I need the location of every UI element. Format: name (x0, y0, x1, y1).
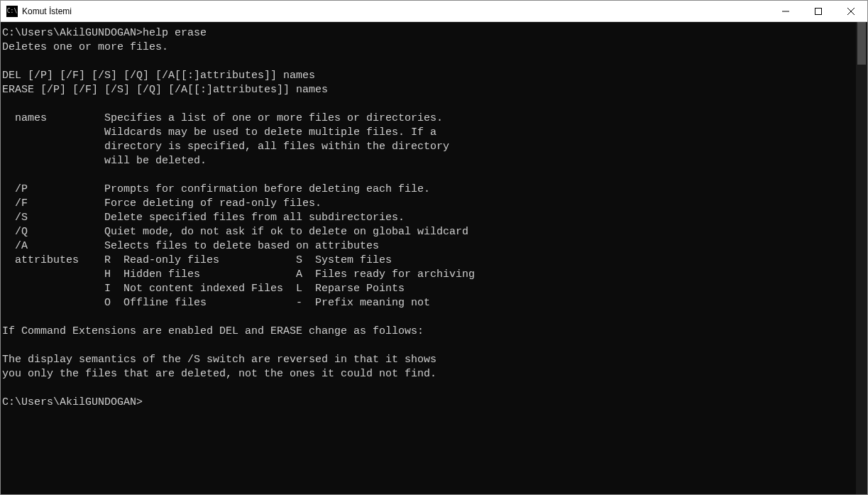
output-line: The display semantics of the /S switch a… (2, 354, 436, 366)
prompt-path: C:\Users\AkilGUNDOGAN> (2, 396, 143, 408)
output-line: will be deleted. (2, 155, 207, 167)
output-line: /Q Quiet mode, do not ask if ok to delet… (2, 226, 468, 238)
output-line: names Specifies a list of one or more fi… (2, 112, 443, 124)
output-line: H Hidden files A Files ready for archivi… (2, 268, 475, 281)
cmd-icon: C:\ (6, 6, 18, 17)
scrollbar-thumb[interactable] (857, 22, 866, 65)
output-line: /A Selects files to delete based on attr… (2, 240, 379, 252)
titlebar: C:\ Komut İstemi (1, 1, 867, 22)
svg-rect-1 (815, 8, 822, 14)
output-line: If Command Extensions are enabled DEL an… (2, 325, 424, 337)
output-line: O Offline files - Prefix meaning not (2, 297, 430, 309)
prompt-path: C:\Users\AkilGUNDOGAN> (2, 27, 143, 39)
output-line: directory is specified, all files within… (2, 141, 449, 153)
output-line: I Not content indexed Files L Reparse Po… (2, 283, 405, 295)
prompt-line: C:\Users\AkilGUNDOGAN> (2, 396, 143, 408)
minimize-button[interactable] (769, 1, 802, 22)
window-title: Komut İstemi (22, 6, 72, 16)
output-line: /S Delete specified files from all subdi… (2, 212, 405, 224)
output-line: /P Prompts for confirmation before delet… (2, 183, 430, 195)
output-line: you only the files that are deleted, not… (2, 368, 436, 380)
output-line: attributes R Read-only files S System fi… (2, 254, 392, 266)
output-line: DEL [/P] [/F] [/S] [/Q] [/A[[:]attribute… (2, 70, 315, 82)
close-button[interactable] (835, 1, 867, 22)
output-line: Wildcards may be used to delete multiple… (2, 126, 436, 138)
output-line: /F Force deleting of read-only files. (2, 197, 322, 210)
terminal-container: C:\Users\AkilGUNDOGAN>help erase Deletes… (1, 22, 867, 494)
output-line: Deletes one or more files. (2, 41, 168, 53)
scrollbar[interactable] (856, 22, 867, 494)
maximize-button[interactable] (802, 1, 835, 22)
output-line: ERASE [/P] [/F] [/S] [/Q] [/A[[:]attribu… (2, 84, 328, 96)
prompt-line: C:\Users\AkilGUNDOGAN>help erase (2, 27, 207, 39)
prompt-command: help erase (143, 27, 207, 39)
terminal-output[interactable]: C:\Users\AkilGUNDOGAN>help erase Deletes… (1, 22, 856, 494)
